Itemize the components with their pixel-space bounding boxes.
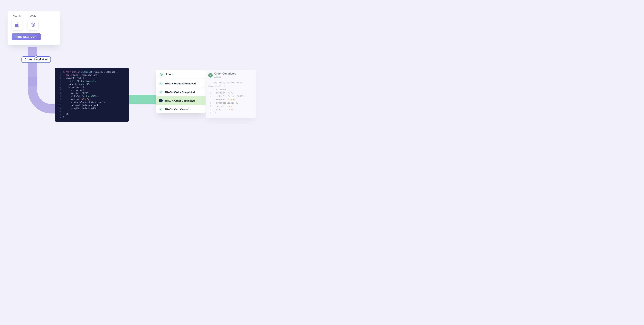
source-card: Mobile Web FIRE WEBHOOK	[8, 11, 60, 45]
segment-icon	[159, 72, 164, 77]
check-icon	[208, 73, 213, 78]
event-detail-header: Order Completed Allowed	[208, 72, 253, 79]
event-row[interactable]: TRACK Product Removed	[156, 79, 206, 88]
code-panel: 1async function onRequest(request, setti…	[55, 68, 129, 122]
nodejs-icon	[28, 19, 38, 30]
diagram-stage: Mobile Web FIRE WEBHOOK Order Completed …	[0, 0, 260, 131]
svg-point-0	[160, 73, 162, 76]
check-icon	[159, 90, 163, 94]
event-label: TRACK Cart Viewed	[165, 108, 188, 111]
events-live-label: Live	[166, 73, 172, 76]
event-detail-title: Order Completed	[214, 72, 236, 75]
event-detail-subtitle: Allowed	[214, 75, 236, 79]
event-label: TRACK Order Completed	[165, 91, 195, 94]
events-header: Live •	[156, 70, 206, 79]
source-mobile: Mobile	[12, 15, 22, 30]
event-label: TRACK Order Completed	[165, 99, 195, 102]
source-web: Web	[28, 15, 38, 30]
source-row: Mobile Web	[12, 15, 56, 30]
event-row-selected[interactable]: TRACK Order Completed	[156, 96, 206, 105]
fire-webhook-button[interactable]: FIRE WEBHOOK	[12, 34, 40, 40]
check-icon	[159, 99, 163, 102]
check-icon	[159, 107, 163, 111]
apple-icon	[12, 19, 22, 30]
check-icon	[159, 82, 163, 85]
source-mobile-label: Mobile	[13, 15, 21, 18]
event-row[interactable]: TRACK Order Completed	[156, 88, 206, 96]
event-label: TRACK Product Removed	[165, 82, 196, 85]
flow-pipe-green	[128, 95, 158, 104]
event-detail-card: Order Completed Allowed 1analytics.track…	[206, 70, 256, 118]
event-row[interactable]: TRACK Cart Viewed	[156, 105, 206, 113]
event-badge: Order Completed	[22, 56, 51, 63]
source-web-label: Web	[30, 15, 36, 18]
live-indicator-icon: •	[172, 73, 174, 76]
events-card: Live • TRACK Product Removed TRACK Order…	[156, 70, 206, 113]
